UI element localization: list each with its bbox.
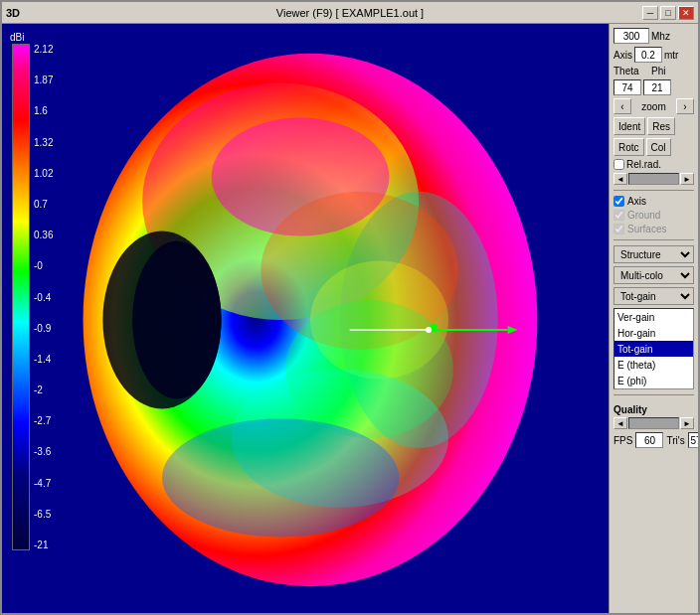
totgain-dropdown[interactable]: Tot-gain [613,287,694,305]
quality-scrollbar[interactable]: ◄ ► [613,417,694,429]
quality-scroll-track[interactable] [628,417,679,429]
multicolor-dropdown[interactable]: Multi-colo [613,266,694,284]
separator-1 [613,190,694,191]
listbox-item-etheta[interactable]: E (theta) [614,357,693,373]
main-window: 3D Viewer (F9) [ EXAMPLE1.out ] ─ □ ✕ dB… [0,0,700,615]
svg-point-11 [132,241,221,399]
listbox-item-horgain[interactable]: Hor-gain [614,325,693,341]
axis-checkbox[interactable] [613,196,624,207]
scroll-left-btn[interactable]: ◄ [613,173,627,185]
quality-label: Quality [613,404,694,415]
axis-checkbox-label: Axis [627,196,646,207]
ident-res-row: Ident Res [613,117,694,135]
main-content: dBi 2.12 1.87 1.6 1.32 1.02 0.7 0.36 -0 … [2,24,698,613]
minimize-button[interactable]: ─ [642,6,658,20]
scroll-right-btn[interactable]: ► [680,173,694,185]
maximize-button[interactable]: □ [660,6,676,20]
svg-point-16 [426,327,432,333]
surfaces-checkbox[interactable] [613,224,624,234]
rel-rad-checkbox[interactable] [613,159,624,170]
separator-2 [613,239,694,240]
window-title: Viewer (F9) [ EXAMPLE1.out ] [276,7,424,19]
frequency-unit-label: Mhz [651,31,670,42]
rel-rad-scrollbar[interactable]: ◄ ► [613,173,694,185]
tris-label: Tri's [666,435,684,446]
fps-tris-row: FPS 60 Tri's 5792 [613,432,694,448]
window-label: 3D [6,7,20,19]
rotc-col-row: Rotc Col [613,138,694,156]
close-button[interactable]: ✕ [678,6,694,20]
separator-3 [613,394,694,395]
zoom-left-button[interactable]: ‹ [613,98,631,114]
tris-value: 5792 [688,432,698,448]
zoom-label: zoom [633,101,674,112]
window-controls: ─ □ ✕ [642,6,694,20]
listbox-item-vergain[interactable]: Ver-gain [614,309,693,325]
phi-input[interactable] [643,79,671,95]
axis-checkbox-row: Axis [613,196,694,207]
rotc-button[interactable]: Rotc [613,138,644,156]
fps-label: FPS [613,435,632,446]
ground-checkbox[interactable] [613,210,624,221]
phi-label: Phi [651,66,665,77]
ground-checkbox-row: Ground [613,210,694,221]
gain-listbox[interactable]: Ver-gain Hor-gain Tot-gain E (theta) E (… [613,308,694,389]
listbox-item-totgain[interactable]: Tot-gain [614,341,693,357]
right-panel: Mhz Axis mtr Theta Phi ‹ zoom [609,24,698,613]
rel-rad-label: Rel.rad. [626,159,661,170]
listbox-item-ephi[interactable]: E (phi) [614,373,693,388]
axis-unit-label: mtr [664,50,678,61]
quality-scroll-right-btn[interactable]: ► [680,417,694,429]
ident-button[interactable]: Ident [613,117,645,135]
theta-label: Theta [613,66,649,77]
theta-phi-labels: Theta Phi [613,66,694,77]
totgain-dropdown-row: Tot-gain [613,287,694,305]
scroll-track[interactable] [628,173,679,185]
surfaces-checkbox-row: Surfaces [613,224,694,234]
quality-section: Quality ◄ ► FPS 60 Tri's 5792 [613,404,694,448]
svg-point-10 [162,418,399,537]
res-button[interactable]: Res [647,117,675,135]
viewport[interactable]: dBi 2.12 1.87 1.6 1.32 1.02 0.7 0.36 -0 … [2,24,609,613]
frequency-row: Mhz [613,28,694,44]
surfaces-checkbox-label: Surfaces [627,224,666,234]
zoom-row: ‹ zoom › [613,98,694,114]
title-bar: 3D Viewer (F9) [ EXAMPLE1.out ] ─ □ ✕ [2,2,698,24]
zoom-right-button[interactable]: › [676,98,694,114]
theta-input[interactable] [613,79,641,95]
structure-dropdown-row: Structure [613,245,694,263]
frequency-input[interactable] [613,28,649,44]
axis-input[interactable] [634,47,662,63]
col-button[interactable]: Col [646,138,671,156]
quality-scroll-left-btn[interactable]: ◄ [613,417,627,429]
antenna-pattern-svg [2,24,609,613]
axis-label: Axis [613,50,632,61]
fps-value: 60 [635,432,663,448]
multicolor-dropdown-row: Multi-colo [613,266,694,284]
ground-checkbox-label: Ground [627,210,660,221]
axis-row: Axis mtr [613,47,694,63]
structure-dropdown[interactable]: Structure [613,245,694,263]
theta-phi-values [613,79,694,95]
rel-rad-row: Rel.rad. [613,159,694,170]
